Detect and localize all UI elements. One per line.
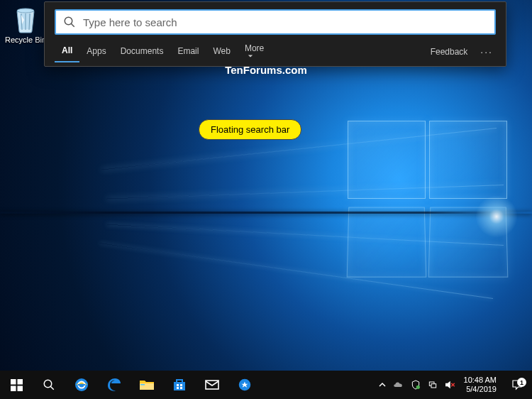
svg-point-1: [17, 9, 34, 13]
edge-icon: [106, 376, 123, 393]
taskbar-file-explorer[interactable]: [131, 371, 163, 399]
taskbar-internet-explorer[interactable]: [65, 371, 98, 399]
tab-apps[interactable]: Apps: [79, 42, 113, 62]
volume-muted-icon: [443, 378, 456, 391]
recycle-bin-icon: [11, 4, 40, 34]
svg-rect-15: [177, 384, 179, 386]
tray-network[interactable]: [424, 371, 441, 399]
svg-rect-4: [11, 379, 16, 385]
svg-line-3: [71, 23, 74, 27]
taskbar-store[interactable]: [163, 371, 196, 399]
tab-more[interactable]: More: [238, 39, 271, 65]
annotation-callout: Floating search bar: [199, 119, 301, 140]
floating-search-panel: All Apps Documents Email Web More Feedba…: [44, 1, 506, 67]
svg-point-21: [416, 386, 419, 389]
recycle-bin-label: Recycle Bin: [4, 35, 47, 44]
search-filter-row: All Apps Documents Email Web More Feedba…: [55, 42, 496, 62]
clock-date: 5/4/2019: [464, 385, 497, 394]
tray-volume[interactable]: [441, 371, 458, 399]
tab-web[interactable]: Web: [206, 42, 237, 62]
tab-email[interactable]: Email: [170, 42, 206, 62]
taskbar-edge[interactable]: [98, 371, 131, 399]
tab-all[interactable]: All: [55, 41, 79, 62]
watermark-text: TenForums.com: [0, 64, 532, 76]
tray-onedrive[interactable]: [390, 371, 407, 399]
windows-logo-icon: [11, 379, 23, 391]
search-icon: [43, 378, 55, 391]
svg-line-9: [50, 386, 54, 390]
system-tray: 10:48 AM 5/4/2019 1: [375, 371, 532, 399]
network-icon: [427, 379, 438, 390]
svg-point-8: [44, 380, 52, 388]
taskbar: 10:48 AM 5/4/2019 1: [0, 371, 532, 399]
tray-overflow-button[interactable]: [375, 381, 390, 388]
taskbar-tips[interactable]: [228, 371, 261, 399]
microsoft-store-icon: [171, 376, 188, 393]
tab-documents[interactable]: Documents: [113, 42, 171, 62]
taskbar-search-button[interactable]: [33, 371, 65, 399]
svg-rect-16: [180, 384, 182, 386]
svg-rect-17: [177, 387, 179, 389]
shield-icon: [410, 379, 421, 390]
action-center-button[interactable]: 1: [502, 378, 532, 391]
svg-rect-5: [17, 379, 23, 385]
search-input[interactable]: [83, 16, 487, 28]
svg-rect-6: [11, 386, 16, 391]
svg-rect-19: [206, 381, 218, 389]
start-button[interactable]: [0, 371, 33, 399]
more-options-button[interactable]: ···: [473, 45, 496, 59]
taskbar-mail[interactable]: [196, 371, 228, 399]
svg-rect-23: [431, 384, 436, 388]
search-box[interactable]: [55, 9, 496, 35]
chevron-down-icon: [248, 53, 253, 59]
svg-rect-12: [78, 384, 85, 386]
tray-security[interactable]: [407, 371, 424, 399]
internet-explorer-icon: [73, 376, 90, 393]
desktop-icon-recycle-bin[interactable]: Recycle Bin: [4, 4, 47, 44]
svg-rect-18: [180, 387, 182, 389]
tips-icon: [237, 377, 253, 393]
svg-point-2: [65, 17, 72, 25]
notification-badge: 1: [517, 378, 526, 387]
mail-icon: [204, 376, 221, 393]
taskbar-clock[interactable]: 10:48 AM 5/4/2019: [458, 376, 502, 393]
onedrive-icon: [392, 378, 405, 391]
feedback-link[interactable]: Feedback: [425, 43, 474, 61]
file-explorer-icon: [138, 376, 155, 393]
svg-rect-7: [17, 386, 23, 391]
search-icon: [63, 16, 76, 28]
clock-time: 10:48 AM: [464, 376, 497, 385]
chevron-up-icon: [379, 381, 386, 388]
svg-rect-14: [140, 384, 145, 386]
